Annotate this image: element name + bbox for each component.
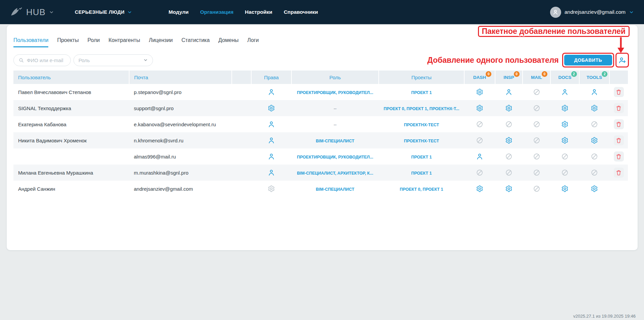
user-menu[interactable]: andrejsanziev@gmail.com — [550, 7, 634, 18]
role-filter-select[interactable]: Роль — [73, 54, 153, 66]
blocked-icon[interactable] — [476, 121, 483, 128]
projects-link[interactable]: ПРОЕКТНХ-ТЕСТ — [404, 139, 439, 143]
gear-icon[interactable] — [561, 104, 569, 112]
projects-link[interactable]: ПРОЕКТ 1 — [411, 155, 432, 159]
user-icon[interactable] — [268, 169, 275, 176]
column-header-insp[interactable]: INSP0 — [495, 71, 523, 84]
gear-icon[interactable] — [505, 104, 513, 112]
hub-logo[interactable]: HUB — [10, 7, 54, 17]
gear-icon[interactable] — [591, 185, 598, 192]
gear-icon[interactable] — [476, 185, 483, 192]
tab-projects[interactable]: Проекты — [57, 37, 78, 47]
nav-item-references[interactable]: Справочники — [284, 9, 318, 15]
user-icon[interactable] — [561, 88, 569, 96]
users-table: Пользователь Почта Права Роль Проекты DA… — [13, 71, 628, 197]
blocked-icon[interactable] — [533, 169, 540, 176]
user-icon[interactable] — [591, 88, 598, 96]
delete-user-button[interactable] — [614, 119, 624, 129]
column-header-projects[interactable]: Проекты — [379, 71, 464, 84]
table-row: SIGNAL Техподдержкаsupport@sgnl.pro--ПРО… — [13, 100, 628, 116]
blocked-icon[interactable] — [533, 137, 540, 144]
gear-icon[interactable] — [561, 121, 569, 128]
delete-user-button[interactable] — [614, 103, 624, 113]
search-input[interactable] — [27, 57, 66, 63]
role-link[interactable]: BIM-СПЕЦИАЛИСТ, АРХИТЕКТОР, К... — [297, 171, 373, 176]
blocked-icon[interactable] — [505, 169, 513, 176]
module-access-cell-insp — [495, 116, 523, 132]
user-icon[interactable] — [476, 153, 483, 160]
tab-statistics[interactable]: Статистика — [181, 37, 210, 47]
role-link[interactable]: ПРОЕКТИРОВЩИК, РУКОВОДИТЕЛ... — [297, 155, 373, 159]
column-header-role[interactable]: Роль — [291, 71, 379, 84]
delete-user-button[interactable] — [614, 135, 624, 145]
user-icon[interactable] — [268, 88, 275, 96]
projects-cell: ПРОЕКТНХ-ТЕСТ — [379, 132, 464, 148]
blocked-icon[interactable] — [533, 104, 540, 112]
delete-user-button[interactable] — [614, 87, 624, 97]
gear-icon[interactable] — [476, 88, 483, 96]
projects-link[interactable]: ПРОЕКТ 0, ПРОЕКТ 1 — [400, 187, 443, 192]
user-icon[interactable] — [268, 153, 275, 160]
blocked-icon[interactable] — [533, 153, 540, 160]
batch-add-user-button[interactable] — [618, 55, 627, 65]
nav-item-settings[interactable]: Настройки — [245, 9, 272, 15]
search-icon — [18, 57, 24, 63]
blocked-icon[interactable] — [591, 153, 598, 160]
column-header-email[interactable]: Почта — [129, 71, 232, 84]
role-link[interactable]: BIM-СПЕЦИАЛИСТ — [316, 139, 355, 143]
org-selector[interactable]: СЕРЬЕЗНЫЕ ЛЮДИ — [75, 9, 132, 15]
delete-user-button[interactable] — [614, 168, 624, 178]
column-header-dash[interactable]: DASH0 — [464, 71, 495, 84]
gear-icon[interactable] — [591, 137, 598, 144]
nav-item-modules[interactable]: Модули — [168, 9, 189, 15]
gear-icon[interactable] — [505, 137, 513, 144]
tab-licenses[interactable]: Лицензии — [149, 37, 173, 47]
blocked-icon[interactable] — [533, 185, 540, 192]
gear-icon[interactable] — [561, 137, 569, 144]
gear-icon[interactable] — [505, 185, 513, 192]
column-header-docs[interactable]: DOCS2 — [550, 71, 579, 84]
module-access-cell-insp — [495, 84, 523, 100]
tab-contractors[interactable]: Контрагенты — [108, 37, 140, 47]
role-link[interactable]: ПРОЕКТИРОВЩИК, РУКОВОДИТЕЛ... — [297, 90, 373, 95]
column-header-mail[interactable]: MAIL0 — [523, 71, 550, 84]
spacer-cell — [232, 148, 251, 165]
gear-icon[interactable] — [561, 185, 569, 192]
gear-icon[interactable] — [476, 104, 483, 112]
role-link[interactable]: BIM-СПЕЦИАЛИСТ — [316, 187, 355, 192]
toolbar: Роль Добавление одного пользователя ДОБА… — [13, 53, 629, 67]
blocked-icon[interactable] — [561, 153, 569, 160]
column-header-rights[interactable]: Права — [251, 71, 291, 84]
blocked-icon[interactable] — [591, 121, 598, 128]
tab-domains[interactable]: Домены — [218, 37, 238, 47]
projects-link[interactable]: ПРОЕКТ 1 — [411, 90, 432, 95]
user-icon[interactable] — [268, 137, 275, 144]
user-icon[interactable] — [505, 88, 513, 96]
gear-icon[interactable] — [268, 104, 275, 112]
projects-link[interactable]: ПРОЕКТ 0, ПРОЕКТ 1, ПРОЕКТНХ-Т... — [384, 106, 459, 111]
blocked-icon[interactable] — [533, 121, 540, 128]
user-email-cell: e.kabanova@severindevelopment.ru — [129, 116, 232, 132]
section-tabs: ПользователиПроектыРолиКонтрагентыЛиценз… — [13, 37, 631, 47]
blocked-icon[interactable] — [505, 153, 513, 160]
delete-user-button[interactable] — [614, 151, 624, 162]
tab-logs[interactable]: Логи — [247, 37, 259, 47]
gear-icon[interactable] — [591, 104, 598, 112]
column-header-user[interactable]: Пользователь — [13, 71, 129, 84]
blocked-icon[interactable] — [561, 169, 569, 176]
projects-link[interactable]: ПРОЕКТ 1 — [411, 171, 432, 176]
user-icon[interactable] — [268, 121, 275, 128]
column-header-tools[interactable]: TOOLS2 — [579, 71, 609, 84]
blocked-icon[interactable] — [591, 169, 598, 176]
blocked-icon[interactable] — [533, 88, 540, 96]
add-user-button[interactable]: ДОБАВИТЬ — [564, 55, 612, 65]
blocked-icon[interactable] — [505, 121, 513, 128]
projects-link[interactable]: ПРОЕКТНХ-ТЕСТ — [404, 123, 439, 127]
tab-roles[interactable]: Роли — [88, 37, 100, 47]
tab-users[interactable]: Пользователи — [13, 37, 48, 47]
gear-icon[interactable] — [268, 185, 275, 192]
blocked-icon[interactable] — [476, 169, 483, 176]
nav-item-organization[interactable]: Организация — [200, 9, 233, 15]
user-email-cell: almas996@mail.ru — [129, 148, 232, 165]
blocked-icon[interactable] — [476, 137, 483, 144]
